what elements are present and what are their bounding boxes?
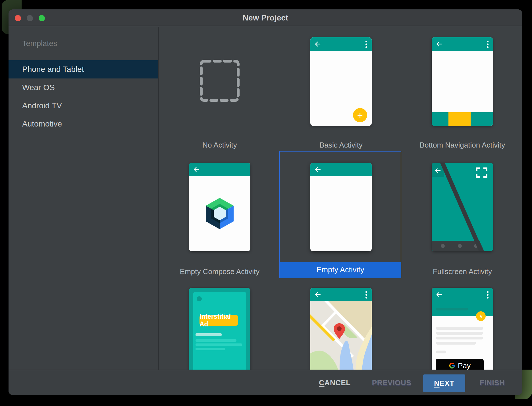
skeleton-line xyxy=(436,332,483,335)
skeleton-line xyxy=(436,351,446,353)
sidebar-item-label: Android TV xyxy=(22,101,62,110)
sidebar-item-label: Phone and Tablet xyxy=(22,65,84,74)
new-project-dialog: New Project Templates Phone and Tablet W… xyxy=(9,9,522,395)
interstitial-ad-badge: Interstitial Ad xyxy=(200,315,238,326)
no-activity-thumbnail[interactable] xyxy=(200,60,240,103)
app-bar xyxy=(310,37,372,51)
app-bar xyxy=(432,288,493,316)
sidebar-item-android-tv[interactable]: Android TV xyxy=(9,97,158,115)
template-label-empty-activity: Empty Activity xyxy=(280,262,401,278)
back-arrow-icon xyxy=(193,166,200,173)
sidebar-item-label: Automotive xyxy=(22,119,62,129)
sidebar-item-automotive[interactable]: Automotive xyxy=(9,115,158,133)
map-preview-graphic xyxy=(310,301,372,370)
templates-sidebar: Templates Phone and Tablet Wear OS Andro… xyxy=(9,27,158,370)
empty-compose-activity-thumbnail[interactable] xyxy=(189,163,250,251)
fab-add-icon: + xyxy=(353,108,367,122)
skeleton-line xyxy=(436,337,483,339)
template-label-basic-activity: Basic Activity xyxy=(296,141,386,150)
dialog-button-bar: CANCEL PREVIOUS NEXT FINISH xyxy=(9,370,522,395)
next-button[interactable]: NEXT xyxy=(423,374,465,392)
app-bar xyxy=(310,163,372,176)
template-label-fullscreen-activity: Fullscreen Activity xyxy=(417,267,508,276)
template-label-empty-compose-activity: Empty Compose Activity xyxy=(174,267,265,276)
sidebar-item-label: Wear OS xyxy=(22,83,55,92)
skeleton-line xyxy=(196,343,242,346)
overflow-menu-icon xyxy=(487,291,489,299)
google-pay-label: Pay xyxy=(458,361,471,370)
google-maps-activity-thumbnail[interactable] xyxy=(310,288,372,370)
template-label-no-activity: No Activity xyxy=(174,141,265,150)
overflow-menu-icon xyxy=(487,41,489,48)
dialog-title: New Project xyxy=(9,13,522,22)
fullscreen-preview-graphic xyxy=(432,163,493,251)
camera-dot-icon xyxy=(197,296,202,301)
sidebar-item-phone-and-tablet[interactable]: Phone and Tablet xyxy=(9,60,158,78)
template-gallery: No Activity + Basic Activity xyxy=(159,27,522,370)
back-arrow-icon xyxy=(314,40,321,48)
skeleton-line xyxy=(436,308,468,310)
empty-activity-thumbnail[interactable] xyxy=(310,163,372,251)
skeleton-line xyxy=(196,348,225,350)
sidebar-item-wear-os[interactable]: Wear OS xyxy=(9,78,158,97)
skeleton-line xyxy=(436,327,483,330)
title-bar: New Project xyxy=(9,9,522,26)
back-arrow-icon xyxy=(314,291,321,298)
overflow-menu-icon xyxy=(365,41,367,48)
back-arrow-icon xyxy=(435,291,443,298)
fullscreen-activity-thumbnail[interactable] xyxy=(432,163,493,251)
empty-activity-selected-cell[interactable]: Empty Activity xyxy=(279,151,401,278)
skeleton-line xyxy=(436,342,476,345)
google-pay-activity-thumbnail[interactable]: ★ Pay xyxy=(432,288,493,370)
template-label-bottom-navigation-activity: Bottom Navigation Activity xyxy=(417,141,508,150)
dashed-square-icon xyxy=(200,60,240,102)
previous-button[interactable]: PREVIOUS xyxy=(368,370,415,395)
app-bar xyxy=(189,163,250,176)
basic-activity-thumbnail[interactable]: + xyxy=(310,37,372,126)
star-fab-icon: ★ xyxy=(476,311,486,321)
app-bar xyxy=(432,37,493,51)
google-g-icon xyxy=(449,362,456,369)
app-bar xyxy=(310,288,372,301)
google-pay-button: Pay xyxy=(436,359,484,370)
sidebar-header: Templates xyxy=(22,39,57,48)
cancel-button[interactable]: CANCEL xyxy=(311,370,358,395)
overflow-menu-icon xyxy=(365,291,367,299)
back-arrow-icon xyxy=(435,40,443,48)
skeleton-line xyxy=(196,339,236,342)
skeleton-line xyxy=(196,333,222,336)
finish-button[interactable]: FINISH xyxy=(469,370,515,395)
back-arrow-icon xyxy=(314,166,321,173)
bottom-nav-bar xyxy=(432,112,493,126)
bottom-navigation-activity-thumbnail[interactable] xyxy=(432,37,493,126)
google-admob-ads-activity-thumbnail[interactable]: Interstitial Ad xyxy=(189,288,250,370)
jetpack-compose-logo-icon xyxy=(206,198,234,230)
ad-screen: Interstitial Ad xyxy=(193,292,246,370)
